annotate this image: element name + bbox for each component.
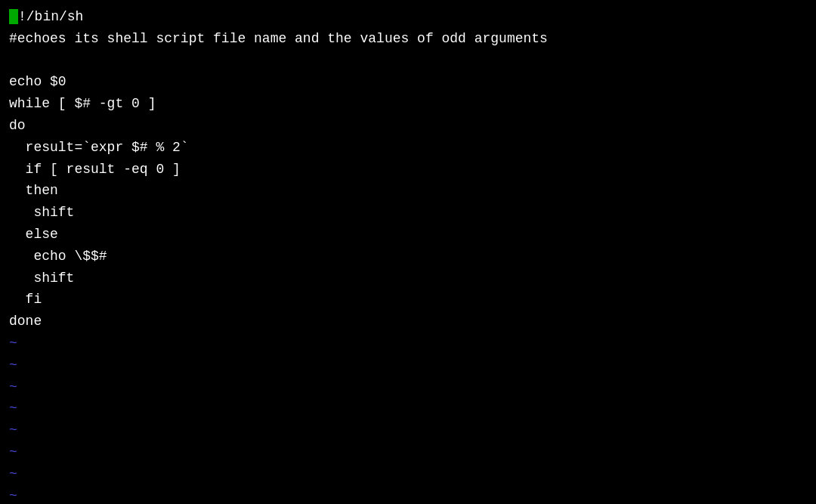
code-line-14: fi [9, 289, 807, 311]
code-line-2: #echoes its shell script file name and t… [9, 28, 807, 50]
tilde-line-7: ~ [9, 463, 807, 485]
line-text-1: !/bin/sh [18, 6, 83, 28]
line-text-5: while [ $# -gt 0 ] [9, 93, 156, 115]
line-text-12: echo \$$# [9, 246, 107, 267]
line-text-2: #echoes its shell script file name and t… [9, 28, 548, 50]
line-text-14: fi [9, 289, 42, 311]
code-line-1: !/bin/sh [9, 6, 807, 28]
line-text-7: result=`expr $# % 2` [9, 137, 189, 159]
tilde-line-6: ~ [9, 441, 807, 463]
code-line-12: echo \$$# [9, 246, 807, 267]
code-line-10: shift [9, 202, 807, 224]
line-text-10: shift [9, 202, 74, 224]
code-line-5: while [ $# -gt 0 ] [9, 93, 807, 115]
line-text-11: else [9, 224, 58, 246]
code-line-8: if [ result -eq 0 ] [9, 159, 807, 181]
tilde-line-5: ~ [9, 419, 807, 441]
line-text-4: echo $0 [9, 71, 66, 93]
code-line-15: done [9, 311, 807, 332]
line-text-8: if [ result -eq 0 ] [9, 159, 181, 181]
code-line-7: result=`expr $# % 2` [9, 137, 807, 159]
line-text-15: done [9, 311, 42, 332]
code-line-9: then [9, 180, 807, 202]
code-line-4: echo $0 [9, 71, 807, 93]
editor: !/bin/sh #echoes its shell script file n… [0, 0, 816, 504]
cursor [9, 9, 18, 24]
code-line-3 [9, 50, 807, 72]
tilde-line-8: ~ [9, 485, 807, 504]
tilde-line-2: ~ [9, 354, 807, 376]
tilde-line-4: ~ [9, 397, 807, 419]
tilde-line-3: ~ [9, 376, 807, 398]
code-line-11: else [9, 224, 807, 246]
code-line-6: do [9, 115, 807, 137]
line-text-6: do [9, 115, 26, 137]
code-line-13: shift [9, 267, 807, 289]
tilde-line-1: ~ [9, 332, 807, 354]
line-text-9: then [9, 180, 58, 202]
line-text-13: shift [9, 267, 74, 289]
